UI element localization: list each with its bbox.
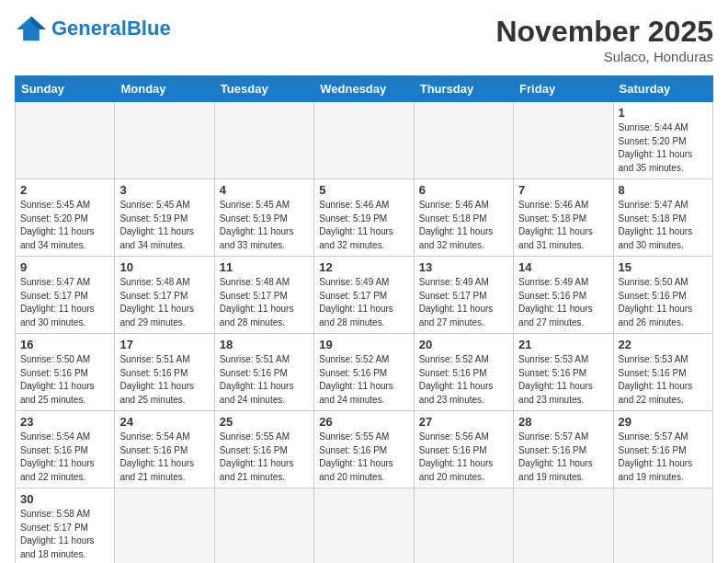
day-info: Sunrise: 5:49 AMSunset: 5:16 PMDaylight:… — [518, 276, 608, 329]
table-row: 3Sunrise: 5:45 AMSunset: 5:19 PMDaylight… — [115, 179, 214, 257]
day-info: Sunrise: 5:53 AMSunset: 5:16 PMDaylight:… — [518, 353, 608, 407]
table-row: 21Sunrise: 5:53 AMSunset: 5:16 PMDayligh… — [514, 334, 613, 411]
month-title: November 2025 — [495, 15, 713, 49]
day-number: 17 — [119, 338, 209, 351]
table-row — [115, 488, 214, 564]
day-number: 30 — [20, 492, 109, 506]
day-info: Sunrise: 5:47 AMSunset: 5:17 PMDaylight:… — [20, 276, 109, 329]
day-number: 16 — [20, 338, 109, 351]
table-row — [214, 488, 313, 564]
table-row — [514, 102, 613, 179]
logo: GeneralBlue — [15, 15, 171, 42]
table-row — [414, 488, 513, 564]
table-row: 17Sunrise: 5:51 AMSunset: 5:16 PMDayligh… — [115, 334, 214, 411]
location: Sulaco, Honduras — [495, 49, 713, 64]
day-info: Sunrise: 5:51 AMSunset: 5:16 PMDaylight:… — [119, 353, 209, 407]
day-info: Sunrise: 5:44 AMSunset: 5:20 PMDaylight:… — [619, 121, 708, 175]
day-info: Sunrise: 5:54 AMSunset: 5:16 PMDaylight:… — [20, 431, 109, 484]
day-number: 28 — [518, 415, 608, 429]
day-number: 14 — [518, 260, 608, 274]
day-info: Sunrise: 5:48 AMSunset: 5:17 PMDaylight:… — [119, 276, 209, 329]
calendar-table: Sunday Monday Tuesday Wednesday Thursday… — [15, 75, 713, 563]
table-row: 10Sunrise: 5:48 AMSunset: 5:17 PMDayligh… — [115, 257, 214, 334]
table-row: 19Sunrise: 5:52 AMSunset: 5:16 PMDayligh… — [314, 334, 414, 411]
day-info: Sunrise: 5:52 AMSunset: 5:16 PMDaylight:… — [319, 353, 408, 407]
table-row: 20Sunrise: 5:52 AMSunset: 5:16 PMDayligh… — [414, 334, 513, 411]
day-number: 11 — [220, 260, 309, 274]
table-row: 6Sunrise: 5:46 AMSunset: 5:18 PMDaylight… — [414, 179, 513, 257]
header-wednesday: Wednesday — [314, 76, 414, 102]
day-info: Sunrise: 5:52 AMSunset: 5:16 PMDaylight:… — [419, 353, 508, 407]
day-info: Sunrise: 5:55 AMSunset: 5:16 PMDaylight:… — [220, 431, 309, 484]
table-row: 12Sunrise: 5:49 AMSunset: 5:17 PMDayligh… — [314, 257, 414, 334]
table-row: 23Sunrise: 5:54 AMSunset: 5:16 PMDayligh… — [16, 411, 115, 488]
header-sunday: Sunday — [16, 76, 115, 102]
table-row: 7Sunrise: 5:46 AMSunset: 5:18 PMDaylight… — [514, 179, 613, 257]
table-row — [115, 102, 214, 179]
day-info: Sunrise: 5:49 AMSunset: 5:17 PMDaylight:… — [319, 276, 408, 329]
day-info: Sunrise: 5:57 AMSunset: 5:16 PMDaylight:… — [619, 431, 708, 484]
day-info: Sunrise: 5:48 AMSunset: 5:17 PMDaylight:… — [220, 276, 309, 329]
day-number: 12 — [319, 260, 408, 274]
day-number: 5 — [319, 183, 408, 197]
table-row: 25Sunrise: 5:55 AMSunset: 5:16 PMDayligh… — [214, 411, 313, 488]
table-row: 5Sunrise: 5:46 AMSunset: 5:19 PMDaylight… — [314, 179, 414, 257]
day-info: Sunrise: 5:45 AMSunset: 5:20 PMDaylight:… — [20, 199, 109, 252]
logo-text: GeneralBlue — [51, 18, 171, 39]
table-row: 9Sunrise: 5:47 AMSunset: 5:17 PMDaylight… — [16, 257, 115, 334]
day-info: Sunrise: 5:55 AMSunset: 5:16 PMDaylight:… — [319, 431, 408, 484]
day-number: 6 — [419, 183, 508, 197]
table-row: 11Sunrise: 5:48 AMSunset: 5:17 PMDayligh… — [214, 257, 313, 334]
day-number: 4 — [220, 183, 309, 197]
day-number: 13 — [419, 260, 508, 274]
table-row: 29Sunrise: 5:57 AMSunset: 5:16 PMDayligh… — [613, 411, 712, 488]
day-info: Sunrise: 5:46 AMSunset: 5:19 PMDaylight:… — [319, 199, 408, 252]
day-number: 25 — [220, 415, 309, 429]
header-friday: Friday — [514, 76, 613, 102]
day-info: Sunrise: 5:58 AMSunset: 5:17 PMDaylight:… — [20, 508, 109, 561]
day-number: 15 — [619, 260, 708, 274]
day-number: 9 — [20, 260, 109, 274]
day-number: 21 — [518, 338, 608, 351]
table-row: 28Sunrise: 5:57 AMSunset: 5:16 PMDayligh… — [514, 411, 613, 488]
day-info: Sunrise: 5:51 AMSunset: 5:16 PMDaylight:… — [220, 353, 309, 407]
table-row: 22Sunrise: 5:53 AMSunset: 5:16 PMDayligh… — [613, 334, 712, 411]
table-row: 24Sunrise: 5:54 AMSunset: 5:16 PMDayligh… — [115, 411, 214, 488]
day-number: 8 — [619, 183, 708, 197]
table-row — [16, 102, 115, 179]
header-saturday: Saturday — [613, 76, 712, 102]
day-info: Sunrise: 5:46 AMSunset: 5:18 PMDaylight:… — [419, 199, 508, 252]
day-info: Sunrise: 5:50 AMSunset: 5:16 PMDaylight:… — [619, 276, 708, 329]
day-number: 29 — [619, 415, 708, 429]
table-row: 14Sunrise: 5:49 AMSunset: 5:16 PMDayligh… — [514, 257, 613, 334]
logo-icon — [15, 15, 48, 42]
day-number: 26 — [319, 415, 408, 429]
day-info: Sunrise: 5:53 AMSunset: 5:16 PMDaylight:… — [619, 353, 708, 407]
page-header: GeneralBlue November 2025 Sulaco, Hondur… — [15, 15, 713, 64]
day-number: 22 — [619, 338, 708, 351]
day-number: 20 — [419, 338, 508, 351]
day-number: 18 — [220, 338, 309, 351]
day-info: Sunrise: 5:50 AMSunset: 5:16 PMDaylight:… — [20, 353, 109, 407]
day-info: Sunrise: 5:49 AMSunset: 5:17 PMDaylight:… — [419, 276, 508, 329]
table-row — [414, 102, 513, 179]
day-info: Sunrise: 5:45 AMSunset: 5:19 PMDaylight:… — [119, 199, 209, 252]
day-number: 1 — [619, 106, 708, 120]
table-row: 15Sunrise: 5:50 AMSunset: 5:16 PMDayligh… — [613, 257, 712, 334]
table-row: 18Sunrise: 5:51 AMSunset: 5:16 PMDayligh… — [214, 334, 313, 411]
table-row: 27Sunrise: 5:56 AMSunset: 5:16 PMDayligh… — [414, 411, 513, 488]
table-row: 4Sunrise: 5:45 AMSunset: 5:19 PMDaylight… — [214, 179, 313, 257]
table-row — [514, 488, 613, 564]
day-info: Sunrise: 5:54 AMSunset: 5:16 PMDaylight:… — [119, 431, 209, 484]
day-number: 7 — [518, 183, 608, 197]
table-row — [214, 102, 313, 179]
title-area: November 2025 Sulaco, Honduras — [495, 15, 713, 64]
table-row — [314, 488, 414, 564]
header-monday: Monday — [115, 76, 214, 102]
table-row: 16Sunrise: 5:50 AMSunset: 5:16 PMDayligh… — [16, 334, 115, 411]
day-info: Sunrise: 5:46 AMSunset: 5:18 PMDaylight:… — [518, 199, 608, 252]
day-info: Sunrise: 5:56 AMSunset: 5:16 PMDaylight:… — [419, 431, 508, 484]
table-row: 30Sunrise: 5:58 AMSunset: 5:17 PMDayligh… — [16, 488, 115, 564]
day-info: Sunrise: 5:45 AMSunset: 5:19 PMDaylight:… — [220, 199, 309, 252]
day-number: 23 — [20, 415, 109, 429]
